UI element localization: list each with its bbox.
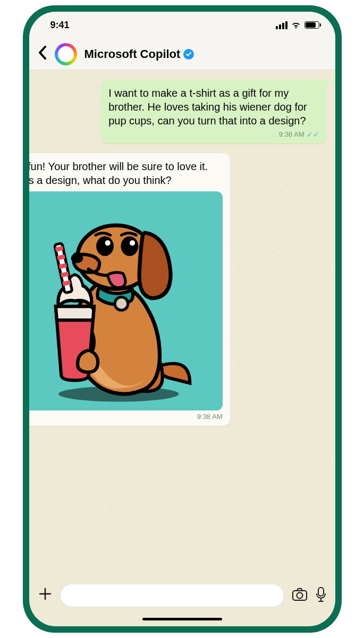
- svg-rect-17: [318, 587, 324, 596]
- user-message-time: 9:38 AM: [279, 130, 304, 139]
- svg-point-13: [105, 240, 110, 246]
- user-message-meta: 9:38 AM ✓✓: [108, 130, 319, 139]
- phone-screen: 9:41 Microsoft Copilot: [29, 12, 335, 626]
- verified-badge-icon: [183, 49, 194, 60]
- bot-message-meta: 9:38 AM: [29, 413, 223, 422]
- user-message-text: I want to make a t-shirt as a gift for m…: [108, 86, 319, 128]
- user-message[interactable]: I want to make a t-shirt as a gift for m…: [101, 80, 326, 144]
- dog-pupcup-illustration: [29, 191, 223, 410]
- bot-message-text: How fun! Your brother will be sure to lo…: [29, 160, 223, 187]
- chat-title-text: Microsoft Copilot: [84, 47, 181, 61]
- svg-point-10: [71, 254, 83, 264]
- status-bar: 9:41: [29, 12, 335, 38]
- home-indicator[interactable]: [29, 611, 335, 626]
- battery-icon: [304, 21, 319, 29]
- chat-body[interactable]: I want to make a t-shirt as a gift for m…: [29, 70, 335, 574]
- chat-title[interactable]: Microsoft Copilot: [84, 47, 194, 61]
- svg-point-14: [129, 240, 134, 246]
- phone-frame: 9:41 Microsoft Copilot: [23, 5, 342, 633]
- attach-button[interactable]: [38, 586, 53, 606]
- status-time: 9:41: [50, 20, 70, 31]
- message-input-bar: [29, 574, 335, 611]
- status-indicators: [276, 21, 319, 29]
- camera-button[interactable]: [292, 587, 308, 603]
- bot-message-time: 9:38 AM: [197, 413, 223, 422]
- bot-message[interactable]: How fun! Your brother will be sure to lo…: [29, 153, 230, 426]
- svg-point-11: [96, 237, 114, 256]
- cellular-icon: [276, 21, 287, 29]
- microphone-button[interactable]: [315, 586, 327, 605]
- copilot-logo-icon[interactable]: [55, 43, 77, 65]
- svg-point-12: [121, 237, 138, 256]
- read-receipt-icon: ✓✓: [307, 130, 319, 139]
- wifi-icon: [291, 21, 301, 29]
- message-input[interactable]: [60, 584, 284, 607]
- svg-point-16: [297, 593, 302, 599]
- back-button[interactable]: [38, 45, 47, 63]
- chat-header: Microsoft Copilot: [29, 38, 335, 70]
- svg-point-8: [115, 297, 128, 310]
- generated-image[interactable]: [29, 191, 223, 410]
